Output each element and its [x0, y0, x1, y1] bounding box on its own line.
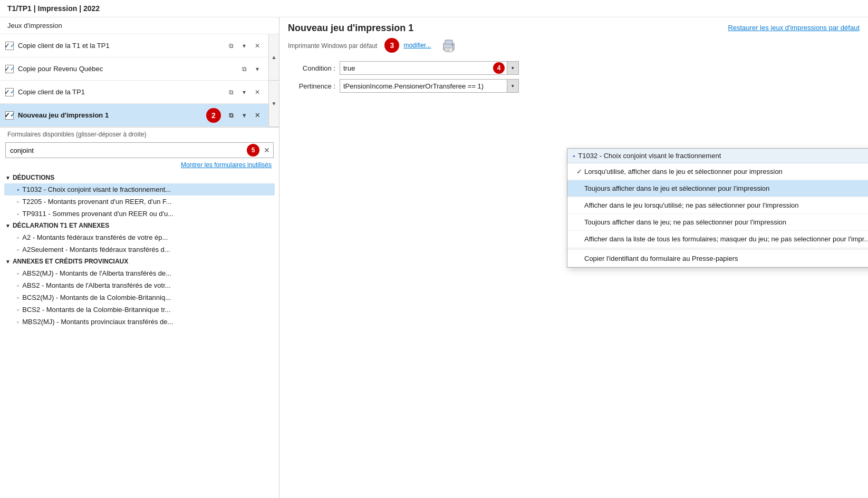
search-input[interactable] [6, 147, 244, 154]
print-set-item-3[interactable]: ✓ Copie client de la TP1 ⧉ ▾ ✕ [0, 81, 268, 104]
tree-item-mbs2mj[interactable]: ▫ MBS2(MJ) - Montants provinciaux transf… [4, 316, 275, 328]
print-set-item-2[interactable]: ✓ Copie pour Revenu Québec ⧉ ▾ [0, 57, 268, 81]
tree-item-t1032[interactable]: ▪ T1032 - Choix conjoint visant le fract… [4, 183, 275, 196]
context-menu-item-option1[interactable]: ✓ Lorsqu'utilisé, afficher dans le jeu e… [567, 163, 868, 180]
option3-label: Afficher dans le jeu lorsqu'utilisé; ne … [584, 201, 868, 209]
svg-rect-4 [446, 50, 450, 51]
search-bar: 5 ✕ [5, 142, 274, 158]
svg-rect-1 [445, 40, 452, 44]
checkbox-set3[interactable]: ✓ [5, 88, 14, 96]
context-menu-header: ▪ T1032 - Choix conjoint visant le fract… [567, 149, 868, 163]
annexes-arrow-icon: ▼ [5, 259, 11, 265]
tree-item-tp9311[interactable]: ▫ TP9311 - Sommes provenant d'un REER ou… [4, 208, 275, 220]
tree-section-deductions[interactable]: ▼ DÉDUCTIONS [4, 172, 275, 183]
printer-icon[interactable] [439, 36, 458, 55]
app-container: T1/TP1 | Impression | 2022 Jeux d'impres… [0, 0, 868, 498]
condition-dropdown[interactable]: true 4 ▾ [340, 61, 519, 75]
pertinence-dropdown[interactable]: tPensionIncome.PensionerOrTransferee == … [340, 79, 519, 93]
set2-actions: ⧉ ▾ [238, 63, 263, 75]
option1-label: Lorsqu'utilisé, afficher dans le jeu et … [584, 168, 868, 175]
tree-section-annexes[interactable]: ▼ ANNEXES ET CRÉDITS PROVINCIAUX [4, 256, 275, 267]
set2-copy-icon[interactable]: ⧉ [238, 63, 250, 75]
main-content: Jeux d'impression ✓ Copie client de la T… [0, 17, 868, 498]
set1-label: Copie client de la T1 et la TP1 [18, 42, 221, 50]
checkbox-set4[interactable]: ✓ [5, 111, 14, 120]
check-icon-option1: ✓ [574, 168, 584, 175]
set4-copy-icon[interactable]: ⧉ [225, 110, 237, 121]
title-row: Nouveau jeu d'impression 1 [288, 23, 458, 34]
file-icon: ▫ [17, 234, 19, 241]
set2-dropdown-icon[interactable]: ▾ [252, 63, 263, 75]
context-menu-item-option4[interactable]: Toujours afficher dans le jeu; ne pas sé… [567, 214, 868, 231]
svg-rect-2 [445, 47, 452, 52]
file-filled-icon: ▪ [17, 186, 19, 193]
pertinence-label: Pertinence : [288, 82, 335, 90]
tree-item-t2205[interactable]: ▫ T2205 - Montants provenant d'un REER, … [4, 196, 275, 208]
tree-item-a2seulement[interactable]: ▫ A2Seulement - Montants fédéraux transf… [4, 243, 275, 256]
checkbox-set1[interactable]: ✓ [5, 42, 14, 50]
condition-value: true [343, 64, 490, 72]
set4-dropdown-icon[interactable]: ▾ [238, 110, 250, 121]
set1-actions: ⧉ ▾ ✕ [225, 40, 263, 52]
pertinence-dropdown-arrow-icon[interactable]: ▾ [507, 80, 518, 92]
printer-subtitle: Imprimante Windows par défaut [288, 42, 377, 50]
condition-row: Condition : true 4 ▾ [288, 61, 860, 75]
set3-actions: ⧉ ▾ ✕ [225, 86, 263, 98]
title-bar: T1/TP1 | Impression | 2022 [0, 0, 868, 17]
context-menu-item-option5[interactable]: Afficher dans la liste de tous les formu… [567, 231, 868, 248]
svg-point-5 [452, 45, 453, 46]
print-set-title: Nouveau jeu d'impression 1 [288, 23, 413, 34]
print-set-item-1[interactable]: ✓ Copie client de la T1 et la TP1 ⧉ ▾ ✕ [0, 34, 268, 57]
checkbox-set2[interactable]: ✓ [5, 65, 14, 73]
set3-copy-icon[interactable]: ⧉ [225, 86, 237, 98]
right-panel-fields: Condition : true 4 ▾ Pertinence : tPensi… [279, 57, 868, 97]
tree-item-bcs2[interactable]: ▫ BCS2 - Montants de la Colombie-Britann… [4, 304, 275, 316]
tree-item-abs2mj[interactable]: ▫ ABS2(MJ) - Montants de l'Alberta trans… [4, 267, 275, 279]
condition-dropdown-arrow-icon[interactable]: ▾ [507, 62, 518, 74]
option6-label: Copier l'identifiant du formulaire au Pr… [584, 255, 868, 262]
set4-close-icon[interactable]: ✕ [252, 110, 263, 121]
montrer-link[interactable]: Montrer les formulaires inutilisés [0, 160, 279, 172]
set4-actions: ⧉ ▾ ✕ [225, 110, 263, 121]
context-menu-item-option3[interactable]: Afficher dans le jeu lorsqu'utilisé; ne … [567, 197, 868, 214]
tree-item-bcs2mj[interactable]: ▫ BCS2(MJ) - Montants de la Colombie-Bri… [4, 291, 275, 304]
file-icon: ▫ [17, 270, 19, 277]
set1-copy-icon[interactable]: ⧉ [225, 40, 237, 52]
set3-dropdown-icon[interactable]: ▾ [238, 86, 250, 98]
context-header-label: T1032 - Choix conjoint visant le fractio… [578, 152, 721, 160]
tree-item-abs2[interactable]: ▫ ABS2 - Montants de l'Alberta transféré… [4, 279, 275, 291]
scroll-down-btn[interactable]: ▼ [269, 81, 279, 127]
option2-label: Toujours afficher dans le jeu et sélecti… [584, 184, 868, 192]
declaration-arrow-icon: ▼ [5, 223, 11, 229]
tree-item-a2[interactable]: ▫ A2 - Montants fédéraux transférés de v… [4, 231, 275, 243]
forms-tree: ▼ DÉDUCTIONS ▪ T1032 - Choix conjoint vi… [0, 172, 279, 498]
file-icon: ▫ [17, 282, 19, 289]
print-set-item-4[interactable]: ✓ Nouveau jeu d'impression 1 2 ⧉ ▾ ✕ [0, 104, 268, 127]
set3-close-icon[interactable]: ✕ [252, 86, 263, 98]
file-icon: ▫ [17, 306, 19, 314]
file-icon: ▫ [17, 318, 19, 326]
right-panel-title-area: Nouveau jeu d'impression 1 Imprimante Wi… [288, 23, 458, 55]
left-panel: Jeux d'impression ✓ Copie client de la T… [0, 17, 279, 498]
scroll-up-btn[interactable]: ▲ [269, 34, 279, 81]
deductions-arrow-icon: ▼ [5, 175, 11, 181]
set1-close-icon[interactable]: ✕ [252, 40, 263, 52]
restore-link[interactable]: Restaurer les jeux d'impressions par déf… [728, 23, 860, 32]
context-menu: ▪ T1032 - Choix conjoint visant le fract… [567, 148, 868, 268]
file-icon: ▫ [17, 294, 19, 301]
context-menu-separator [567, 249, 868, 249]
badge-4: 4 [493, 62, 505, 74]
set2-label: Copie pour Revenu Québec [18, 65, 234, 73]
set1-dropdown-icon[interactable]: ▾ [238, 40, 250, 52]
set3-label: Copie client de la TP1 [18, 88, 221, 96]
file-icon: ▫ [17, 210, 19, 218]
left-panel-header: Jeux d'impression [0, 17, 279, 34]
right-panel: Nouveau jeu d'impression 1 Imprimante Wi… [279, 17, 868, 498]
search-clear-icon[interactable]: ✕ [261, 144, 273, 157]
context-menu-item-option2[interactable]: Toujours afficher dans le jeu et sélecti… [567, 180, 868, 197]
print-sets-with-scroll: ✓ Copie client de la T1 et la TP1 ⧉ ▾ ✕ … [0, 34, 279, 128]
modifier-link[interactable]: modifier... [403, 42, 431, 49]
option4-label: Toujours afficher dans le jeu; ne pas sé… [584, 218, 868, 226]
tree-section-declaration[interactable]: ▼ DÉCLARATION T1 ET ANNEXES [4, 220, 275, 231]
context-menu-item-option6[interactable]: Copier l'identifiant du formulaire au Pr… [567, 250, 868, 267]
